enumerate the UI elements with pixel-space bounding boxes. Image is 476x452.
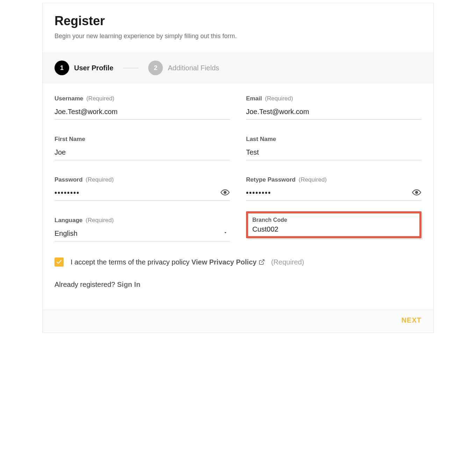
field-username: Username (Required): [55, 95, 230, 120]
toggle-retype-password-visibility-icon[interactable]: [412, 188, 421, 197]
page-subtitle: Begin your new learning experience by si…: [55, 33, 421, 40]
signin-prompt: Already registered?: [55, 281, 117, 288]
footer: NEXT: [43, 310, 433, 333]
field-retype-password: Retype Password (Required): [246, 176, 421, 201]
step-2-number: 2: [148, 61, 163, 75]
email-input[interactable]: [246, 106, 421, 120]
field-first-name: First Name: [55, 136, 230, 160]
privacy-checkbox[interactable]: [55, 257, 64, 267]
username-label: Username (Required): [55, 95, 230, 102]
language-select[interactable]: [55, 227, 230, 241]
external-link-icon: [259, 259, 265, 265]
privacy-required: (Required): [271, 258, 304, 266]
form-area: Username (Required) Email (Required) Fir…: [43, 83, 433, 310]
username-input[interactable]: [55, 106, 230, 120]
retype-password-input[interactable]: [246, 187, 421, 201]
step-user-profile[interactable]: 1 User Profile: [55, 61, 113, 75]
step-1-label: User Profile: [74, 64, 113, 72]
toggle-password-visibility-icon[interactable]: [220, 188, 230, 197]
field-last-name: Last Name: [246, 136, 421, 160]
step-connector: [123, 68, 138, 68]
step-1-number: 1: [55, 61, 69, 75]
first-name-input[interactable]: [55, 146, 230, 160]
field-branch-code: Branch Code Cust002: [246, 217, 421, 241]
step-2-label: Additional Fields: [168, 64, 219, 72]
check-icon: [56, 259, 62, 265]
branch-code-value[interactable]: Cust002: [252, 225, 415, 233]
last-name-input[interactable]: [246, 146, 421, 160]
last-name-label: Last Name: [246, 136, 421, 143]
password-label: Password (Required): [55, 176, 230, 183]
field-password: Password (Required): [55, 176, 230, 201]
page-title: Register: [55, 14, 421, 28]
view-privacy-policy-link[interactable]: View Privacy Policy: [192, 258, 265, 266]
signin-row: Already registered? Sign In: [55, 281, 421, 289]
privacy-text-group: I accept the terms of the privacy policy…: [71, 258, 304, 266]
branch-code-label: Branch Code: [252, 217, 415, 223]
field-email: Email (Required): [246, 95, 421, 120]
language-value[interactable]: [55, 227, 230, 241]
svg-point-1: [416, 191, 418, 194]
privacy-text: I accept the terms of the privacy policy: [71, 258, 189, 266]
email-label: Email (Required): [246, 95, 421, 102]
register-page: Register Begin your new learning experie…: [42, 3, 434, 333]
next-button[interactable]: NEXT: [402, 314, 421, 326]
svg-point-0: [224, 191, 226, 194]
retype-password-label: Retype Password (Required): [246, 176, 421, 183]
first-name-label: First Name: [55, 136, 230, 143]
language-label: Language (Required): [55, 217, 230, 224]
branch-code-highlight: Branch Code Cust002: [246, 211, 421, 238]
page-header: Register Begin your new learning experie…: [43, 3, 433, 52]
step-additional-fields[interactable]: 2 Additional Fields: [148, 61, 219, 75]
field-language: Language (Required): [55, 217, 230, 241]
password-input[interactable]: [55, 187, 230, 201]
stepper: 1 User Profile 2 Additional Fields: [43, 52, 433, 83]
privacy-row: I accept the terms of the privacy policy…: [55, 257, 421, 267]
sign-in-link[interactable]: Sign In: [117, 281, 140, 288]
svg-line-2: [261, 260, 264, 262]
